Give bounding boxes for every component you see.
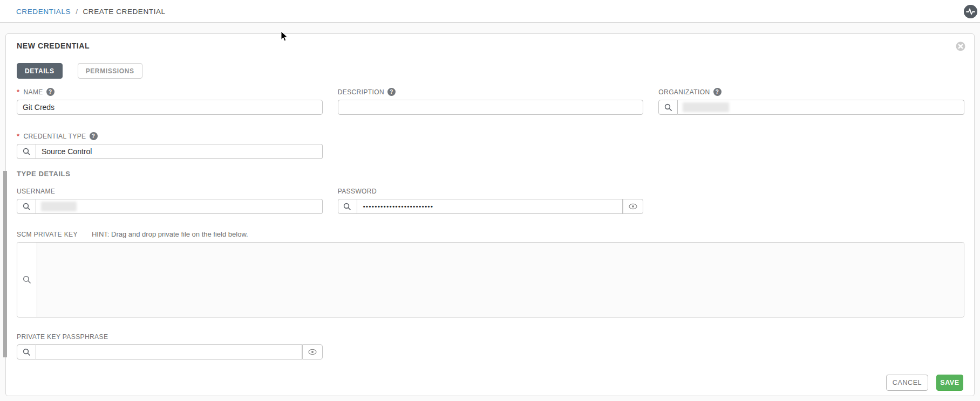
- tab-permissions[interactable]: PERMISSIONS: [78, 63, 142, 79]
- eye-icon: [308, 349, 317, 355]
- password-label: PASSWORD: [338, 188, 377, 195]
- form-row-1: * NAME ? DESCRIPTION ? ORGANIZATION ?: [17, 88, 964, 115]
- name-help-icon[interactable]: ?: [46, 88, 55, 96]
- passphrase-reveal-button[interactable]: [302, 344, 323, 359]
- passphrase-label-row: PRIVATE KEY PASSPHRASE: [17, 333, 323, 341]
- description-input[interactable]: [338, 100, 644, 115]
- passphrase-field-group: PRIVATE KEY PASSPHRASE: [17, 333, 323, 359]
- breadcrumb-credentials-link[interactable]: CREDENTIALS: [16, 8, 71, 16]
- password-field-group: PASSWORD ••••••••••••••••••••••••: [338, 187, 644, 214]
- credential-tabs: DETAILS PERMISSIONS: [17, 63, 142, 79]
- organization-help-icon[interactable]: ?: [713, 88, 722, 96]
- tab-details[interactable]: DETAILS: [17, 63, 63, 79]
- form-row-4: PRIVATE KEY PASSPHRASE: [17, 333, 964, 359]
- form-row-3: USERNAME PASSWORD: [17, 187, 964, 214]
- username-redacted-value: [41, 202, 77, 211]
- password-lookup-button[interactable]: [338, 199, 357, 214]
- username-field-group: USERNAME: [17, 187, 323, 214]
- organization-input-wrap: [678, 100, 964, 115]
- password-label-row: PASSWORD: [338, 187, 644, 195]
- scm-private-key-textarea[interactable]: [37, 243, 964, 317]
- name-input[interactable]: [17, 100, 323, 115]
- username-input-wrap: [36, 199, 323, 214]
- username-input-group: [17, 199, 323, 214]
- search-icon: [23, 348, 31, 356]
- credential-type-input-group: [17, 144, 323, 159]
- close-panel-button[interactable]: [956, 42, 965, 51]
- required-marker: *: [17, 88, 19, 96]
- credential-type-label: CREDENTIAL TYPE: [23, 133, 86, 140]
- password-input-group: ••••••••••••••••••••••••: [338, 199, 644, 214]
- search-icon: [23, 203, 31, 211]
- scm-private-key-lookup-button[interactable]: [17, 243, 37, 317]
- scm-private-key-label: SCM PRIVATE KEY: [17, 231, 78, 238]
- scm-private-key-hint: HINT: Drag and drop private file on the …: [92, 230, 248, 238]
- form-actions: CANCEL SAVE: [886, 375, 963, 391]
- passphrase-input-wrap: [36, 344, 302, 359]
- passphrase-lookup-button[interactable]: [17, 344, 36, 359]
- organization-label: ORGANIZATION: [658, 88, 710, 96]
- description-label-row: DESCRIPTION ?: [338, 88, 644, 96]
- username-lookup-button[interactable]: [17, 199, 36, 214]
- activity-pulse-icon: [964, 5, 977, 18]
- description-label: DESCRIPTION: [338, 88, 384, 96]
- required-marker: *: [17, 132, 19, 140]
- credential-type-label-row: * CREDENTIAL TYPE ?: [17, 132, 323, 140]
- close-icon: [956, 42, 965, 51]
- search-icon: [23, 275, 31, 284]
- form-row-2: * CREDENTIAL TYPE ?: [17, 132, 964, 159]
- organization-label-row: ORGANIZATION ?: [658, 88, 964, 96]
- breadcrumb: CREDENTIALS / CREATE CREDENTIAL: [16, 0, 166, 23]
- eye-icon: [629, 203, 637, 210]
- credential-type-field-group: * CREDENTIAL TYPE ?: [17, 132, 323, 159]
- credential-type-input[interactable]: [36, 144, 323, 159]
- passphrase-input-group: [17, 344, 323, 359]
- passphrase-label: PRIVATE KEY PASSPHRASE: [17, 333, 108, 341]
- username-input[interactable]: [36, 199, 323, 214]
- credential-type-help-icon[interactable]: ?: [90, 132, 98, 140]
- save-button[interactable]: SAVE: [936, 375, 963, 391]
- password-masked-value: ••••••••••••••••••••••••: [363, 199, 434, 214]
- name-field-group: * NAME ?: [17, 88, 323, 115]
- organization-redacted-value: [683, 102, 729, 112]
- passphrase-input[interactable]: [36, 344, 302, 359]
- type-details-section-title: TYPE DETAILS: [17, 170, 70, 178]
- username-label: USERNAME: [17, 188, 55, 195]
- credential-type-input-wrap: [36, 144, 323, 159]
- scm-private-key-label-row: SCM PRIVATE KEY HINT: Drag and drop priv…: [17, 230, 248, 238]
- organization-input-group: [658, 100, 964, 115]
- organization-field-group: ORGANIZATION ?: [658, 88, 964, 115]
- search-icon: [23, 148, 31, 156]
- new-credential-panel: NEW CREDENTIAL DETAILS PERMISSIONS * NAM…: [5, 33, 975, 396]
- panel-title: NEW CREDENTIAL: [17, 42, 90, 50]
- credential-type-lookup-button[interactable]: [17, 144, 36, 159]
- organization-lookup-button[interactable]: [658, 100, 678, 115]
- description-help-icon[interactable]: ?: [387, 88, 396, 96]
- name-label: NAME: [23, 88, 43, 96]
- username-label-row: USERNAME: [17, 187, 323, 195]
- scm-private-key-field: [17, 242, 964, 317]
- activity-stream-button[interactable]: [964, 5, 977, 18]
- breadcrumb-separator: /: [76, 8, 78, 16]
- top-navigation-bar: CREDENTIALS / CREATE CREDENTIAL: [0, 0, 980, 23]
- description-field-group: DESCRIPTION ?: [338, 88, 644, 115]
- vertical-scrollbar[interactable]: [3, 171, 7, 357]
- search-icon: [343, 203, 351, 211]
- breadcrumb-current-page: CREATE CREDENTIAL: [83, 8, 165, 16]
- password-reveal-button[interactable]: [623, 199, 643, 214]
- cancel-button[interactable]: CANCEL: [886, 375, 928, 391]
- name-label-row: * NAME ?: [17, 88, 323, 96]
- password-input-wrap: ••••••••••••••••••••••••: [357, 199, 623, 214]
- search-icon: [664, 103, 672, 112]
